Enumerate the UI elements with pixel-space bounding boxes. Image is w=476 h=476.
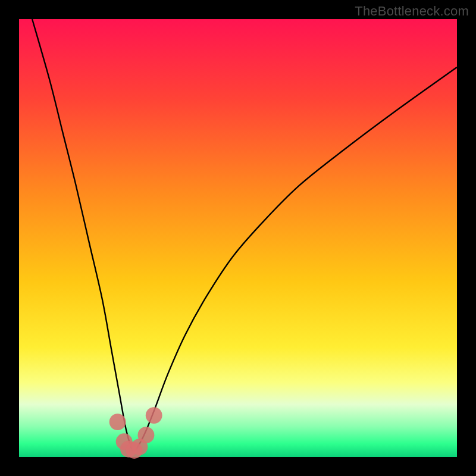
outer-frame: TheBottleneck.com: [0, 0, 476, 476]
curve-marker: [146, 407, 162, 424]
chart-plot-area: [19, 19, 457, 457]
chart-svg: [19, 19, 457, 457]
curve-marker: [109, 414, 126, 430]
bottleneck-curve: [32, 19, 457, 451]
curve-marker: [138, 427, 155, 443]
watermark-text: TheBottleneck.com: [355, 4, 469, 19]
